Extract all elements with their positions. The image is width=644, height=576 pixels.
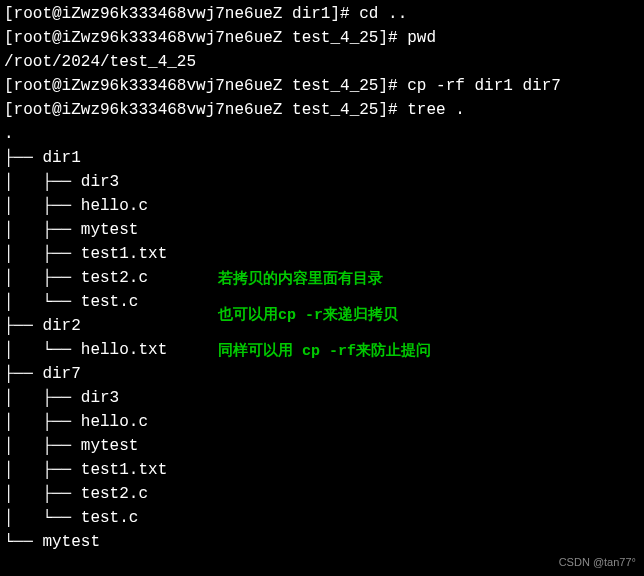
prompt-line-3: [root@iZwz96k333468vwj7ne6ueZ test_4_25]… bbox=[4, 74, 640, 98]
tree-dir7-test-c: │ └── test.c bbox=[4, 506, 640, 530]
prompt-line-4: [root@iZwz96k333468vwj7ne6ueZ test_4_25]… bbox=[4, 98, 640, 122]
prompt-4: [root@iZwz96k333468vwj7ne6ueZ test_4_25]… bbox=[4, 101, 407, 119]
blank-line bbox=[4, 554, 640, 576]
tree-dir7: ├── dir7 bbox=[4, 362, 640, 386]
tree-dir7-hello-c: │ ├── hello.c bbox=[4, 410, 640, 434]
tree-dir7-test1-txt: │ ├── test1.txt bbox=[4, 458, 640, 482]
annotation-3: 同样可以用 cp -rf来防止提问 bbox=[218, 341, 431, 364]
prompt-line-1: [root@iZwz96k333468vwj7ne6ueZ dir1]# cd … bbox=[4, 2, 640, 26]
tree-dir7-test2-c: │ ├── test2.c bbox=[4, 482, 640, 506]
tree-dir1-hello-c: │ ├── hello.c bbox=[4, 194, 640, 218]
prompt-1: [root@iZwz96k333468vwj7ne6ueZ dir1]# bbox=[4, 5, 359, 23]
pwd-output: /root/2024/test_4_25 bbox=[4, 50, 640, 74]
tree-dir7-dir3: │ ├── dir3 bbox=[4, 386, 640, 410]
annotation-1: 若拷贝的内容里面有目录 bbox=[218, 269, 383, 292]
tree-dir1-dir3: │ ├── dir3 bbox=[4, 170, 640, 194]
tree-dir7-mytest: │ ├── mytest bbox=[4, 434, 640, 458]
tree-dir1-test1-txt: │ ├── test1.txt bbox=[4, 242, 640, 266]
tree-dir1-mytest: │ ├── mytest bbox=[4, 218, 640, 242]
tree-dir1: ├── dir1 bbox=[4, 146, 640, 170]
prompt-3: [root@iZwz96k333468vwj7ne6ueZ test_4_25]… bbox=[4, 77, 407, 95]
tree-output: . ├── dir1 │ ├── dir3 │ ├── hello.c │ ├─… bbox=[4, 122, 640, 554]
prompt-2: [root@iZwz96k333468vwj7ne6ueZ test_4_25]… bbox=[4, 29, 407, 47]
tree-mytest: └── mytest bbox=[4, 530, 640, 554]
command-cp: cp -rf dir1 dir7 bbox=[407, 77, 561, 95]
annotation-2: 也可以用cp -r来递归拷贝 bbox=[218, 305, 398, 328]
command-cd: cd .. bbox=[359, 5, 407, 23]
tree-root: . bbox=[4, 122, 640, 146]
watermark: CSDN @tan77° bbox=[559, 554, 636, 571]
command-tree: tree . bbox=[407, 101, 465, 119]
command-pwd: pwd bbox=[407, 29, 436, 47]
prompt-line-2: [root@iZwz96k333468vwj7ne6ueZ test_4_25]… bbox=[4, 26, 640, 50]
